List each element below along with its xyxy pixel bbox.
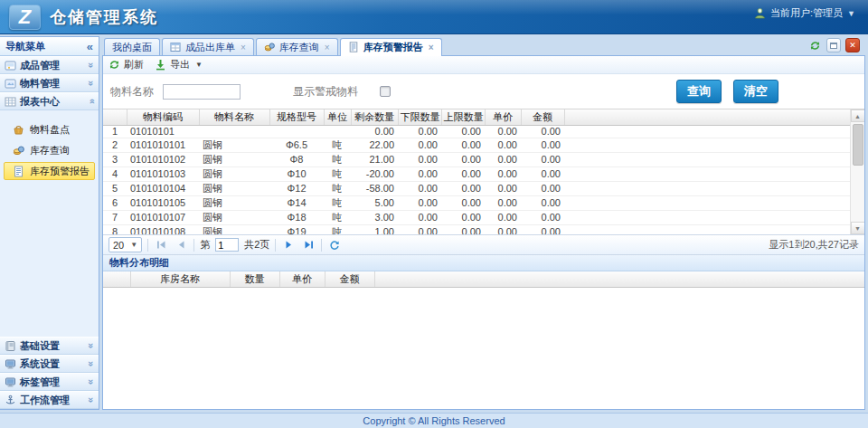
cell: 5.00: [351, 195, 398, 210]
cell: 0.00: [485, 166, 521, 181]
column-header[interactable]: 库房名称: [130, 271, 230, 287]
table-row[interactable]: 60101010105圆钢Φ14吨5.000.000.000.000.00: [103, 195, 850, 210]
column-header[interactable]: 规格型号: [269, 109, 324, 125]
scroll-down-icon[interactable]: ▼: [851, 222, 865, 234]
sidebar-group-workflow[interactable]: 工作流管理 »: [0, 391, 99, 409]
table-row[interactable]: 70101010107圆钢Φ18吨3.000.000.000.000.00: [103, 210, 850, 224]
scrollbar-thumb[interactable]: [853, 124, 863, 166]
tab-label: 库存查询: [279, 41, 319, 54]
sidebar-group-material[interactable]: 物料管理 »: [0, 74, 99, 92]
sidebar-group-label-management[interactable]: 标签管理 »: [0, 373, 99, 391]
sidebar-group-system-settings[interactable]: 系统设置 »: [0, 355, 99, 373]
user-menu[interactable]: 当前用户:管理员 ▼: [754, 6, 855, 20]
cell: 0.00: [485, 210, 521, 224]
column-header[interactable]: 上限数量: [441, 109, 485, 125]
next-page-icon[interactable]: [281, 238, 296, 252]
table-header-row: 库房名称 数量 单价 金额: [103, 271, 864, 287]
cell: 吨: [324, 181, 351, 195]
page-size-select[interactable]: 20 ▼: [108, 237, 142, 252]
cell: 0101010105: [127, 195, 199, 210]
column-header[interactable]: 单位: [324, 109, 351, 125]
monitor-icon: [5, 376, 16, 388]
vertical-scrollbar[interactable]: ▲ ▼: [850, 109, 864, 234]
report-table-icon: [5, 96, 16, 108]
detail-panel-title: 物料分布明细: [109, 256, 169, 270]
close-icon[interactable]: ✕: [845, 38, 860, 52]
show-alert-label: 显示警戒物料: [293, 84, 358, 100]
cell: 3.00: [351, 210, 398, 224]
tab-finished-outbound-order[interactable]: 成品出库单 ×: [162, 38, 254, 55]
user-icon: [754, 7, 766, 19]
show-alert-checkbox[interactable]: [380, 86, 391, 97]
tab-close-icon[interactable]: ×: [325, 43, 330, 52]
cell: 吨: [324, 138, 351, 152]
page-title: 仓储管理系统: [50, 6, 158, 28]
row-number-cell: 5: [103, 181, 127, 195]
sidebar-group-report-center[interactable]: 报表中心 »: [0, 92, 99, 110]
cell: Φ10: [269, 166, 324, 181]
column-header[interactable]: 下限数量: [398, 109, 441, 125]
refresh-button[interactable]: 刷新: [108, 58, 144, 71]
separator: [321, 239, 322, 252]
document-icon: [13, 166, 24, 177]
tab-inventory-warning-report[interactable]: 库存预警报告 ×: [340, 38, 442, 56]
chevron-up-icon: »: [87, 99, 96, 104]
tabbar-refresh-icon[interactable]: [807, 38, 822, 52]
tab-inventory-query[interactable]: 库存查询 ×: [256, 38, 338, 55]
cell: 圆钢: [199, 152, 269, 166]
material-name-input[interactable]: [163, 84, 241, 100]
sidebar-item-label: 库存查询: [30, 144, 70, 157]
table-row[interactable]: 20101010101圆钢Φ6.5吨22.000.000.000.000.00: [103, 138, 850, 152]
report-panel: 刷新 导出 ▼ 物料名称 显示警戒物料: [102, 56, 865, 410]
cell: 1.00: [351, 224, 398, 234]
sidebar-bottom-groups: 基础设置 » 系统设置 » 标签管理 »: [0, 337, 99, 409]
cell: Φ18: [269, 210, 324, 224]
first-page-icon[interactable]: [154, 238, 168, 252]
cell: 0.00: [398, 210, 441, 224]
scroll-up-icon[interactable]: ▲: [851, 109, 865, 122]
column-header[interactable]: 物料名称: [199, 109, 269, 125]
query-button[interactable]: 查询: [676, 80, 722, 103]
cell: 0101010101: [127, 138, 199, 152]
sidebar-collapse-icon[interactable]: «: [87, 42, 93, 52]
table-row[interactable]: 40101010103圆钢Φ10吨-20.000.000.000.000.00: [103, 166, 850, 181]
sidebar-item-inventory-warning-report[interactable]: 库存预警报告: [4, 162, 95, 180]
column-header[interactable]: 金额: [325, 271, 374, 287]
sidebar-item-inventory-query[interactable]: 库存查询: [4, 141, 95, 159]
column-header[interactable]: 剩余数量: [351, 109, 398, 125]
table-row[interactable]: 80101010108圆钢Φ19吨1.000.000.000.000.00: [103, 224, 850, 234]
column-header[interactable]: 金额: [521, 109, 564, 125]
column-header[interactable]: 单价: [279, 271, 325, 287]
cell: 0.00: [441, 181, 485, 195]
tab-label: 库存预警报告: [363, 41, 423, 54]
sidebar-group-basic-settings[interactable]: 基础设置 »: [0, 337, 99, 355]
export-dropdown-icon[interactable]: ▼: [195, 61, 203, 69]
sidebar-group-finished-product[interactable]: 成品管理 »: [0, 56, 99, 74]
table-row[interactable]: 50101010104圆钢Φ12吨-58.000.000.000.000.00: [103, 181, 850, 195]
table-row[interactable]: 1010101010.000.000.000.000.00: [103, 125, 850, 138]
column-header[interactable]: 数量: [230, 271, 279, 287]
export-button[interactable]: 导出 ▼: [155, 58, 203, 71]
tab-close-icon[interactable]: ×: [429, 43, 434, 52]
tab-close-icon[interactable]: ×: [241, 43, 246, 52]
pagination-bar: 20 ▼ 第 共2页: [103, 234, 864, 255]
cell: 0101010102: [127, 152, 199, 166]
cell: 0101010107: [127, 210, 199, 224]
row-number-header[interactable]: [103, 271, 130, 287]
clear-button[interactable]: 清空: [733, 80, 778, 103]
page-number-input[interactable]: [215, 238, 239, 252]
tab-my-desktop[interactable]: 我的桌面: [104, 38, 160, 55]
table-row[interactable]: 30101010102圆钢Φ8吨21.000.000.000.000.00: [103, 152, 850, 166]
prev-page-icon[interactable]: [174, 238, 188, 252]
user-label: 当前用户:管理员: [770, 6, 843, 20]
column-header[interactable]: 物料编码: [127, 109, 199, 125]
pager-refresh-icon[interactable]: [327, 238, 342, 252]
cell: 22.00: [351, 138, 398, 152]
sidebar-item-material-count[interactable]: 物料盘点: [4, 120, 95, 138]
row-number-header[interactable]: [103, 109, 127, 125]
column-header[interactable]: 单价: [485, 109, 521, 125]
last-page-icon[interactable]: [301, 238, 316, 252]
chevron-down-icon: »: [87, 397, 96, 403]
maximize-icon[interactable]: [826, 38, 841, 52]
cell-filler: [564, 125, 850, 138]
